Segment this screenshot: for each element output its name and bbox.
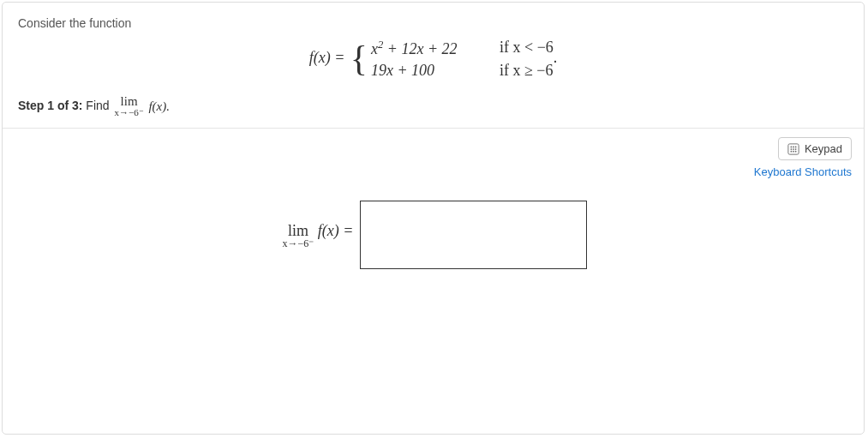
tools-area: Keypad Keyboard Shortcuts: [754, 137, 852, 178]
svg-point-2: [793, 146, 794, 147]
function-definition: f(x) = { x2 + 12x + 22 if x < −6 19x + 1…: [18, 39, 848, 80]
piecewise-brace: { x2 + 12x + 22 if x < −6 19x + 100 if x…: [349, 39, 554, 80]
case-2-cond: if x ≥ −6: [500, 62, 554, 80]
svg-point-1: [790, 146, 792, 147]
case-1-expr: x2 + 12x + 22: [371, 39, 491, 58]
trailing-period: .: [554, 49, 558, 66]
answer-row: lim x→−6⁻ f(x) =: [18, 201, 852, 269]
left-brace: {: [350, 45, 368, 74]
svg-point-8: [793, 150, 794, 152]
function-lhs: f(x) =: [309, 49, 349, 66]
svg-point-9: [795, 150, 797, 152]
answer-eq: f(x) =: [314, 222, 353, 239]
step-label: Step 1 of 3:: [18, 99, 82, 112]
question-section: Consider the function f(x) = { x2 + 12x …: [3, 3, 864, 128]
answer-input[interactable]: [360, 201, 587, 269]
prompt-text: Consider the function: [18, 16, 848, 30]
limit-notation: limx→−6⁻: [114, 95, 143, 117]
keypad-label: Keypad: [805, 142, 842, 155]
case-2-expr: 19x + 100: [371, 62, 491, 80]
svg-point-7: [790, 150, 792, 152]
keypad-button[interactable]: Keypad: [778, 137, 852, 160]
keyboard-shortcuts-link[interactable]: Keyboard Shortcuts: [754, 165, 852, 178]
answer-section: Keypad Keyboard Shortcuts lim x→−6⁻ f(x)…: [3, 129, 864, 403]
svg-point-4: [790, 148, 792, 150]
answer-label: lim x→−6⁻ f(x) =: [283, 222, 354, 249]
case-1-cond: if x < −6: [500, 39, 554, 58]
case-row-1: x2 + 12x + 22 if x < −6: [371, 39, 554, 58]
svg-point-6: [795, 148, 797, 150]
step-find-text: Find: [82, 99, 112, 112]
case-row-2: 19x + 100 if x ≥ −6: [371, 62, 554, 80]
answer-limit-notation: lim x→−6⁻: [283, 223, 314, 249]
step-line: Step 1 of 3: Find limx→−6⁻ f(x).: [18, 95, 848, 117]
keypad-icon: [787, 143, 799, 155]
step-after: f(x).: [146, 99, 170, 113]
svg-point-5: [793, 148, 794, 150]
cases: x2 + 12x + 22 if x < −6 19x + 100 if x ≥…: [371, 39, 554, 80]
question-card: Consider the function f(x) = { x2 + 12x …: [2, 2, 865, 435]
svg-point-3: [795, 146, 797, 147]
